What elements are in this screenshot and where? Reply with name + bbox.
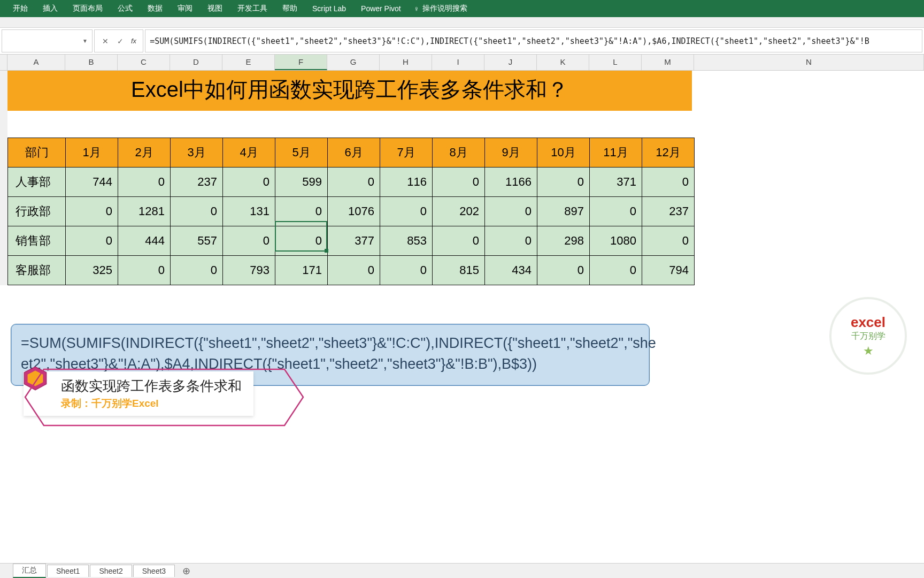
value-cell[interactable]: 1080 bbox=[590, 226, 642, 256]
col-header-selected[interactable]: F bbox=[275, 55, 327, 70]
value-cell[interactable]: 0 bbox=[171, 197, 223, 226]
col-header[interactable]: I bbox=[432, 55, 484, 70]
value-cell[interactable]: 0 bbox=[433, 168, 485, 197]
col-header[interactable]: C bbox=[118, 55, 170, 70]
value-cell[interactable]: 0 bbox=[642, 226, 695, 256]
ribbon-tab[interactable]: Power Pivot bbox=[353, 1, 409, 16]
header-month[interactable]: 10月 bbox=[537, 138, 590, 168]
formula-input[interactable]: =SUM(SUMIFS(INDIRECT({"sheet1","sheet2",… bbox=[145, 29, 922, 52]
value-cell[interactable]: 0 bbox=[433, 226, 485, 256]
ribbon-tab[interactable]: Script Lab bbox=[305, 1, 353, 16]
header-month[interactable]: 6月 bbox=[328, 138, 380, 168]
value-cell[interactable]: 0 bbox=[66, 226, 118, 256]
dept-cell[interactable]: 人事部 bbox=[8, 168, 66, 197]
chevron-down-icon[interactable]: ▼ bbox=[82, 38, 88, 44]
header-month[interactable]: 12月 bbox=[642, 138, 695, 168]
header-month[interactable]: 2月 bbox=[118, 138, 171, 168]
value-cell[interactable]: 325 bbox=[66, 256, 118, 285]
col-header[interactable]: M bbox=[642, 55, 694, 70]
value-cell[interactable]: 0 bbox=[275, 197, 328, 226]
value-cell[interactable]: 434 bbox=[485, 256, 537, 285]
value-cell[interactable]: 853 bbox=[380, 226, 433, 256]
ribbon-tab[interactable]: 公式 bbox=[110, 1, 140, 17]
col-header[interactable]: G bbox=[327, 55, 380, 70]
col-header[interactable]: L bbox=[589, 55, 642, 70]
header-month[interactable]: 9月 bbox=[485, 138, 537, 168]
header-month[interactable]: 1月 bbox=[66, 138, 118, 168]
col-header[interactable]: A bbox=[7, 55, 65, 70]
value-cell[interactable]: 0 bbox=[485, 226, 537, 256]
value-cell[interactable]: 371 bbox=[590, 168, 642, 197]
value-cell[interactable]: 0 bbox=[537, 168, 590, 197]
ribbon-tab[interactable]: 页面布局 bbox=[65, 1, 110, 17]
value-cell[interactable]: 0 bbox=[380, 256, 433, 285]
name-box[interactable]: ▼ bbox=[2, 29, 93, 52]
col-header[interactable]: N bbox=[694, 55, 924, 70]
col-header[interactable]: K bbox=[537, 55, 589, 70]
value-cell[interactable]: 1076 bbox=[328, 197, 380, 226]
value-cell[interactable]: 744 bbox=[66, 168, 118, 197]
ribbon-tab[interactable]: 开发工具 bbox=[230, 1, 275, 17]
header-month[interactable]: 4月 bbox=[223, 138, 275, 168]
col-header[interactable]: H bbox=[380, 55, 432, 70]
value-cell[interactable]: 116 bbox=[380, 168, 433, 197]
accept-icon[interactable]: ✓ bbox=[113, 37, 128, 45]
col-header[interactable]: B bbox=[65, 55, 118, 70]
tell-me-search[interactable]: ♀ 操作说明搜索 bbox=[409, 4, 473, 13]
value-cell[interactable]: 202 bbox=[433, 197, 485, 226]
value-cell[interactable]: 377 bbox=[328, 226, 380, 256]
col-header[interactable]: J bbox=[484, 55, 537, 70]
value-cell[interactable]: 0 bbox=[485, 197, 537, 226]
col-header[interactable]: E bbox=[222, 55, 275, 70]
value-cell[interactable]: 0 bbox=[118, 168, 171, 197]
ribbon-tab[interactable]: 数据 bbox=[140, 1, 170, 17]
value-cell[interactable]: 557 bbox=[171, 226, 223, 256]
value-cell[interactable]: 0 bbox=[66, 197, 118, 226]
value-cell[interactable]: 599 bbox=[275, 168, 328, 197]
ribbon-tab[interactable]: 开始 bbox=[5, 1, 35, 17]
fx-icon[interactable]: fx bbox=[128, 37, 140, 45]
value-cell[interactable]: 444 bbox=[118, 226, 171, 256]
value-cell[interactable]: 171 bbox=[275, 256, 328, 285]
value-cell[interactable]: 0 bbox=[590, 256, 642, 285]
header-month[interactable]: 11月 bbox=[590, 138, 642, 168]
sheet-tab-active[interactable]: 汇总 bbox=[13, 564, 46, 578]
ribbon-tab[interactable]: 视图 bbox=[200, 1, 230, 17]
value-cell[interactable]: 793 bbox=[223, 256, 275, 285]
sheet-tab[interactable]: Sheet1 bbox=[47, 565, 89, 577]
grid[interactable]: Excel中如何用函数实现跨工作表多条件求和？ 部门 1月 2月 3月 4月 5… bbox=[7, 71, 695, 285]
value-cell[interactable]: 0 bbox=[380, 197, 433, 226]
value-cell[interactable]: 0 bbox=[537, 256, 590, 285]
cancel-icon[interactable]: ✕ bbox=[98, 37, 113, 45]
header-month[interactable]: 3月 bbox=[171, 138, 223, 168]
ribbon-tab[interactable]: 审阅 bbox=[170, 1, 200, 17]
add-sheet-icon[interactable]: ⊕ bbox=[176, 565, 197, 577]
value-cell[interactable]: 0 bbox=[171, 256, 223, 285]
value-cell[interactable]: 794 bbox=[642, 256, 695, 285]
select-all-corner[interactable] bbox=[0, 55, 7, 70]
value-cell[interactable]: 815 bbox=[433, 256, 485, 285]
value-cell[interactable]: 1281 bbox=[118, 197, 171, 226]
value-cell[interactable]: 237 bbox=[171, 168, 223, 197]
header-month[interactable]: 7月 bbox=[380, 138, 433, 168]
value-cell[interactable]: 0 bbox=[223, 168, 275, 197]
dept-cell[interactable]: 行政部 bbox=[8, 197, 66, 226]
value-cell[interactable]: 298 bbox=[537, 226, 590, 256]
value-cell[interactable]: 897 bbox=[537, 197, 590, 226]
dept-cell[interactable]: 客服部 bbox=[8, 256, 66, 285]
header-dept[interactable]: 部门 bbox=[8, 138, 66, 168]
value-cell[interactable]: 0 bbox=[328, 256, 380, 285]
header-month[interactable]: 5月 bbox=[275, 138, 328, 168]
ribbon-tab[interactable]: 插入 bbox=[35, 1, 65, 17]
ribbon-tab[interactable]: 帮助 bbox=[275, 1, 305, 17]
value-cell[interactable]: 0 bbox=[590, 197, 642, 226]
sheet-tab[interactable]: Sheet2 bbox=[90, 565, 132, 577]
value-cell[interactable]: 0 bbox=[275, 226, 328, 256]
value-cell[interactable]: 131 bbox=[223, 197, 275, 226]
header-month[interactable]: 8月 bbox=[433, 138, 485, 168]
sheet-tab[interactable]: Sheet3 bbox=[133, 565, 175, 577]
value-cell[interactable]: 0 bbox=[118, 256, 171, 285]
value-cell[interactable]: 237 bbox=[642, 197, 695, 226]
value-cell[interactable]: 0 bbox=[223, 226, 275, 256]
value-cell[interactable]: 0 bbox=[642, 168, 695, 197]
